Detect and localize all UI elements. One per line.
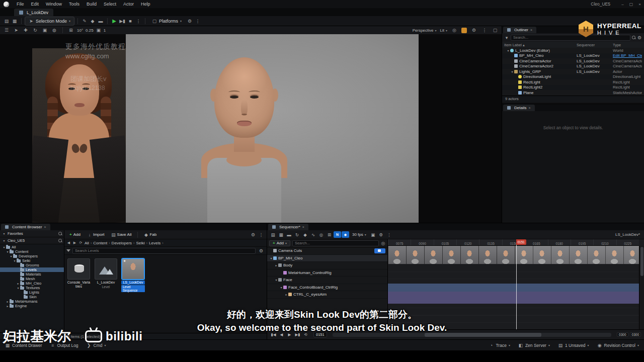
save-sequence-icon[interactable]: ▤	[269, 231, 277, 238]
save-icon[interactable]: ▤	[3, 18, 10, 25]
play-button[interactable]: ▶	[111, 18, 118, 25]
search-icon[interactable]	[58, 239, 62, 242]
view-options-icon[interactable]: ⚙	[258, 247, 265, 254]
revision-control-button[interactable]: ◉ Revision Control ▾	[597, 342, 639, 349]
close-icon[interactable]: ×	[302, 225, 304, 229]
outliner-row[interactable]: ▾ Lights_GRP LS_LookDev Actor	[502, 69, 644, 74]
platforms-button[interactable]: ▢ Platforms ▾	[148, 17, 185, 25]
maximize-viewport-icon[interactable]: ▢	[492, 27, 499, 34]
asset-tile[interactable]: Console_Variables	[67, 258, 91, 289]
refresh-icon[interactable]: ⟳	[78, 239, 83, 246]
save-all-button[interactable]: ▤ Save All	[109, 231, 135, 239]
folder-tree-item[interactable]: ▸ MetaHumans	[0, 299, 64, 304]
folder-tree-item[interactable]: Lights	[0, 290, 64, 295]
menu-item[interactable]: Edit	[28, 2, 43, 7]
timeline-ruler[interactable]: 0075009001050120013501500165018001950210…	[388, 239, 639, 246]
sequencer-binding[interactable]: LS_LookDev	[577, 53, 613, 58]
folder-tree-item[interactable]: Materials	[0, 272, 64, 277]
breadcrumb-item[interactable]: Selki	[136, 241, 144, 245]
playhead-line[interactable]	[516, 239, 517, 329]
camera-cut-toggle[interactable]	[374, 248, 385, 253]
folder-tree-item[interactable]: ▸ Engine	[0, 304, 64, 308]
close-icon[interactable]: ×	[528, 106, 530, 110]
folder-tree-item[interactable]: Grooms	[0, 263, 64, 267]
expander-arrow[interactable]: ▸	[6, 304, 10, 308]
zoom-scrollbar-thumb[interactable]	[425, 333, 542, 337]
folder-tree-item[interactable]: Mesh	[0, 277, 64, 281]
folder-tree-item[interactable]: ▸ MH_Cleo	[0, 281, 64, 286]
add-collection-icon[interactable]: +	[3, 333, 7, 340]
expander-arrow[interactable]: ▸	[16, 282, 20, 285]
controlboard-section-band[interactable]	[388, 292, 639, 304]
zen-server-button[interactable]: ◧ Zen Server ▾	[518, 342, 550, 349]
curve-editor-icon[interactable]: ∿	[309, 231, 317, 238]
blueprints-icon[interactable]: ◆	[89, 18, 96, 25]
render-movie-icon[interactable]: ▬	[285, 231, 293, 238]
go-to-end-button[interactable]: ⟲	[302, 332, 309, 337]
menu-item[interactable]: Help	[137, 2, 154, 7]
sequencer-track-row[interactable]: MetaHuman_ControlRig	[267, 269, 387, 277]
close-icon[interactable]: ×	[44, 225, 46, 229]
move-tool-icon[interactable]: ✚	[22, 27, 29, 34]
expander-arrow[interactable]: ▾	[9, 254, 13, 258]
content-drawer-button[interactable]: ▦ Content Drawer	[5, 342, 42, 349]
search-icon[interactable]	[58, 334, 61, 338]
filter-icon[interactable]	[66, 249, 70, 252]
trace-button[interactable]: ◔ Trace ▾	[489, 342, 510, 349]
controlrig-section-band[interactable]	[388, 284, 639, 292]
folder-tree-item[interactable]: ▾ Developers	[0, 254, 64, 258]
outliner-row[interactable]: RectLight RectLight	[502, 79, 644, 85]
viewport-menu-icon[interactable]: ☰	[3, 27, 10, 34]
perspective-selector[interactable]: Perspective ▾	[413, 28, 437, 33]
details-tab[interactable]: Details ×	[503, 105, 535, 111]
previous-frame-button[interactable]: ◀	[278, 332, 285, 337]
mode-selector[interactable]: ➤ Selection Mode ▾	[25, 17, 74, 26]
expander-arrow[interactable]: ▾	[2, 245, 6, 249]
outliner-row[interactable]: DirectionalLight DirectionalLight	[502, 74, 644, 80]
close-icon[interactable]: ×	[530, 28, 532, 32]
menu-item[interactable]: Actor	[120, 2, 137, 7]
outliner-filter-icon[interactable]: ▾	[504, 34, 509, 41]
actions-icon[interactable]: ↻	[293, 231, 301, 238]
outliner-row[interactable]: RectLight2 RectLight	[502, 85, 644, 90]
scale-tool-icon[interactable]: ▣	[41, 27, 48, 34]
skip-to-end-button[interactable]: ▶▮	[119, 18, 126, 25]
timeline-zoom-scrollbar[interactable]	[333, 333, 611, 337]
sequencer-tab[interactable]: Sequencer* ×	[268, 224, 308, 230]
settings-icon[interactable]: ⚙	[186, 18, 193, 25]
fps-selector[interactable]: 30 fps ▾	[350, 232, 369, 237]
minimize-button[interactable]: –	[618, 2, 627, 7]
folder-tree-item[interactable]: Levels	[0, 267, 64, 272]
cb-more-icon[interactable]: ⋮	[258, 231, 265, 238]
play-button[interactable]: ▶	[286, 332, 293, 337]
breadcrumb-item[interactable]: Content	[93, 241, 107, 245]
show-flags-icon[interactable]: ◎	[451, 27, 458, 34]
toolbar-more-icon[interactable]: ⋮	[194, 18, 201, 25]
outliner-row[interactable]: CineCameraActor2 LS_LookDev CineCameraAc…	[502, 64, 644, 69]
sequencer-track-row[interactable]: ▸ CTRL_C_eyesAim	[267, 291, 387, 299]
menu-item[interactable]: Window	[42, 2, 65, 7]
add-track-button[interactable]: + Add ▾	[269, 240, 290, 246]
folder-tree-item[interactable]: ▾ Content	[0, 249, 64, 254]
grid-snap-icon[interactable]: ⊞	[67, 27, 74, 34]
folder-tree-item[interactable]: ▾ All	[0, 245, 64, 249]
play-options-icon[interactable]: ⋮	[135, 18, 142, 25]
viewport-3d-area[interactable]: 更多海外优质教程 www.cgltg.com 团课加团长v hiqiyu-121…	[0, 34, 502, 223]
menu-item[interactable]: Build	[83, 2, 100, 7]
snap-options-icon[interactable]: ⊞	[326, 231, 333, 238]
fab-button[interactable]: ◆ Fab	[141, 231, 159, 239]
add-button[interactable]: + Add	[66, 232, 84, 237]
sequencer-more-icon[interactable]: ⋮	[385, 231, 393, 238]
sequencer-track-row[interactable]: ▾ BP_MH_Cleo	[267, 255, 387, 262]
expander-arrow[interactable]: ▾	[6, 250, 10, 253]
select-tool-icon[interactable]: ➤	[13, 27, 20, 34]
menu-item[interactable]: File	[13, 2, 28, 7]
outliner-row[interactable]: CineCameraActor LS_LookDev CineCameraAct…	[502, 58, 644, 64]
folder-tree-item[interactable]: Skin	[0, 295, 64, 299]
playback-options-icon[interactable]: ◎	[317, 231, 325, 238]
content-drawer-icon[interactable]: ▦	[11, 18, 18, 25]
sequencer-track-row[interactable]: Camera Cuts	[267, 247, 387, 255]
outliner-column-headers[interactable]: Item Label ▴ Sequencer Type	[502, 42, 644, 48]
expander-arrow[interactable]: ▸	[284, 293, 288, 296]
angle-snap-value[interactable]: 10°	[77, 28, 83, 33]
